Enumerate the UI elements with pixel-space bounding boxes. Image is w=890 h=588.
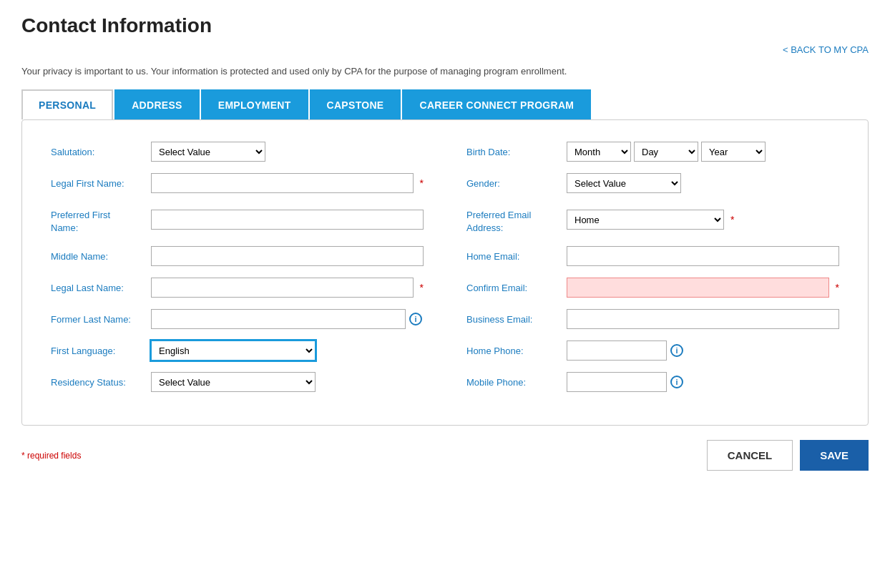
right-column: Birth Date: Month JanuaryFebruaryMarch A… bbox=[466, 142, 839, 403]
home-phone-row: Home Phone: i bbox=[466, 340, 839, 361]
business-email-label: Business Email: bbox=[466, 314, 567, 325]
save-button[interactable]: SAVE bbox=[800, 440, 869, 471]
home-email-row: Home Email: bbox=[466, 246, 839, 266]
mobile-phone-field: i bbox=[567, 372, 839, 392]
birth-year-select[interactable]: Year bbox=[701, 142, 766, 162]
legal-last-name-field: * bbox=[151, 278, 424, 298]
confirm-email-input[interactable] bbox=[567, 278, 829, 298]
middle-name-label: Middle Name: bbox=[51, 251, 151, 262]
home-phone-info-icon[interactable]: i bbox=[670, 344, 683, 357]
residency-status-row: Residency Status: Select Value Citizen P… bbox=[51, 372, 424, 392]
first-language-field: English French Other bbox=[151, 340, 424, 361]
salutation-row: Salutation: Select Value Mr. Ms. Mrs. Dr… bbox=[51, 142, 424, 162]
preferred-first-name-row: Preferred FirstName: bbox=[51, 205, 424, 235]
form-grid: Salutation: Select Value Mr. Ms. Mrs. Dr… bbox=[51, 142, 839, 403]
preferred-first-name-label: Preferred FirstName: bbox=[51, 205, 151, 235]
back-link[interactable]: < BACK TO MY CPA bbox=[21, 44, 869, 55]
mobile-phone-label: Mobile Phone: bbox=[466, 377, 567, 388]
residency-status-field: Select Value Citizen Permanent Resident … bbox=[151, 372, 424, 392]
birth-date-row: Birth Date: Month JanuaryFebruaryMarch A… bbox=[466, 142, 839, 162]
required-note: * required fields bbox=[21, 451, 81, 461]
legal-last-name-required: * bbox=[420, 282, 424, 293]
salutation-select[interactable]: Select Value Mr. Ms. Mrs. Dr. bbox=[151, 142, 265, 162]
preferred-first-name-input[interactable] bbox=[151, 210, 424, 230]
first-language-select[interactable]: English French Other bbox=[151, 340, 316, 361]
birth-month-select[interactable]: Month JanuaryFebruaryMarch AprilMayJune … bbox=[567, 142, 631, 162]
birth-date-selects: Month JanuaryFebruaryMarch AprilMayJune … bbox=[567, 142, 766, 162]
cancel-button[interactable]: CANCEL bbox=[707, 440, 793, 471]
birth-date-field: Month JanuaryFebruaryMarch AprilMayJune … bbox=[567, 142, 839, 162]
former-last-name-row: Former Last Name: i bbox=[51, 309, 424, 329]
business-email-row: Business Email: bbox=[466, 309, 839, 329]
former-last-name-label: Former Last Name: bbox=[51, 314, 151, 325]
middle-name-input[interactable] bbox=[151, 246, 424, 266]
former-last-name-field: i bbox=[151, 309, 424, 329]
middle-name-field bbox=[151, 246, 424, 266]
residency-status-label: Residency Status: bbox=[51, 377, 151, 388]
first-language-label: First Language: bbox=[51, 346, 151, 356]
birth-date-label: Birth Date: bbox=[466, 147, 567, 157]
gender-select[interactable]: Select Value Male Female Non-binary Pref… bbox=[567, 173, 681, 193]
bottom-bar: * required fields CANCEL SAVE bbox=[21, 440, 869, 471]
home-email-field bbox=[567, 246, 839, 266]
gender-field: Select Value Male Female Non-binary Pref… bbox=[567, 173, 839, 193]
former-last-name-info-icon[interactable]: i bbox=[409, 313, 422, 325]
former-last-name-input[interactable] bbox=[151, 309, 406, 329]
home-phone-input[interactable] bbox=[567, 340, 667, 361]
legal-first-name-row: Legal First Name: * bbox=[51, 173, 424, 193]
legal-last-name-label: Legal Last Name: bbox=[51, 283, 151, 293]
preferred-first-name-field bbox=[151, 210, 424, 230]
preferred-email-row: Preferred EmailAddress: Home Business * bbox=[466, 205, 839, 235]
preferred-email-select[interactable]: Home Business bbox=[567, 210, 724, 230]
confirm-email-row: Confirm Email: * bbox=[466, 278, 839, 298]
home-email-input[interactable] bbox=[567, 246, 839, 266]
gender-label: Gender: bbox=[466, 178, 567, 189]
gender-row: Gender: Select Value Male Female Non-bin… bbox=[466, 173, 839, 193]
preferred-email-required: * bbox=[730, 214, 734, 225]
legal-last-name-input[interactable] bbox=[151, 278, 414, 298]
tab-career[interactable]: CAREER CONNECT PROGRAM bbox=[402, 89, 591, 119]
mobile-phone-info-icon[interactable]: i bbox=[670, 376, 683, 388]
left-column: Salutation: Select Value Mr. Ms. Mrs. Dr… bbox=[51, 142, 424, 403]
form-card: Salutation: Select Value Mr. Ms. Mrs. Dr… bbox=[21, 119, 869, 426]
middle-name-row: Middle Name: bbox=[51, 246, 424, 266]
home-phone-field: i bbox=[567, 340, 839, 361]
tabs: PERSONAL ADDRESS EMPLOYMENT CAPSTONE CAR… bbox=[21, 89, 869, 119]
salutation-field: Select Value Mr. Ms. Mrs. Dr. bbox=[151, 142, 424, 162]
button-group: CANCEL SAVE bbox=[707, 440, 869, 471]
salutation-label: Salutation: bbox=[51, 147, 151, 157]
legal-first-name-field: * bbox=[151, 173, 424, 193]
mobile-phone-row: Mobile Phone: i bbox=[466, 372, 839, 392]
legal-first-name-label: Legal First Name: bbox=[51, 178, 151, 189]
home-phone-label: Home Phone: bbox=[466, 346, 567, 356]
first-language-row: First Language: English French Other bbox=[51, 340, 424, 361]
home-email-label: Home Email: bbox=[466, 251, 567, 262]
tab-address[interactable]: ADDRESS bbox=[114, 89, 200, 119]
confirm-email-label: Confirm Email: bbox=[466, 283, 567, 293]
legal-first-name-input[interactable] bbox=[151, 173, 414, 193]
preferred-email-label: Preferred EmailAddress: bbox=[466, 205, 567, 235]
legal-first-name-required: * bbox=[420, 177, 424, 189]
mobile-phone-input[interactable] bbox=[567, 372, 667, 392]
legal-last-name-row: Legal Last Name: * bbox=[51, 278, 424, 298]
page-title: Contact Information bbox=[21, 14, 869, 37]
birth-day-select[interactable]: Day bbox=[634, 142, 698, 162]
confirm-email-required: * bbox=[836, 282, 839, 293]
tab-personal[interactable]: PERSONAL bbox=[21, 89, 113, 119]
privacy-note: Your privacy is important to us. Your in… bbox=[21, 66, 869, 77]
confirm-email-field: * bbox=[567, 278, 839, 298]
tab-capstone[interactable]: CAPSTONE bbox=[310, 89, 401, 119]
tab-employment[interactable]: EMPLOYMENT bbox=[201, 89, 308, 119]
business-email-input[interactable] bbox=[567, 309, 839, 329]
business-email-field bbox=[567, 309, 839, 329]
residency-status-select[interactable]: Select Value Citizen Permanent Resident … bbox=[151, 372, 316, 392]
preferred-email-field: Home Business * bbox=[567, 210, 839, 230]
